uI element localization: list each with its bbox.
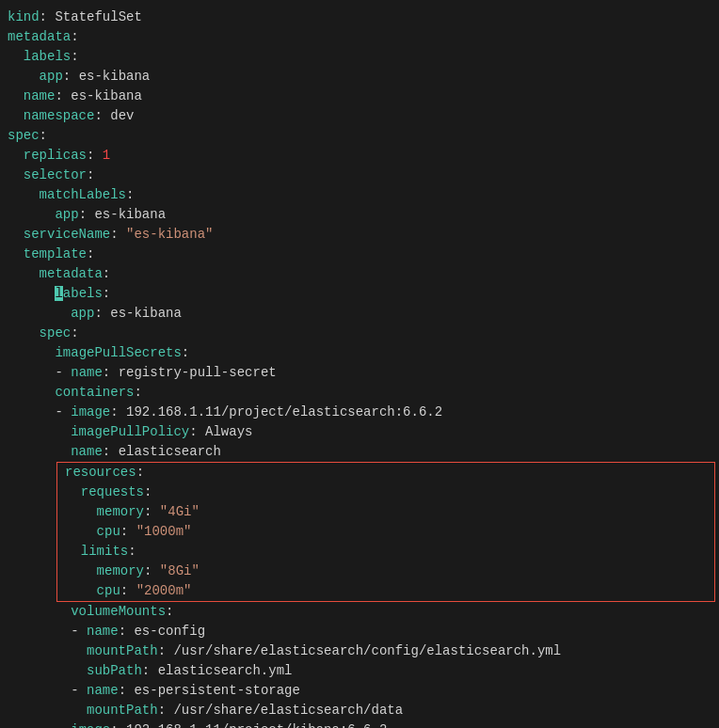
yaml-colon: :: [94, 108, 110, 123]
code-line: app: es-kibana: [0, 67, 719, 87]
yaml-key: name: [71, 444, 103, 459]
code-line: namespace: dev: [0, 106, 719, 126]
yaml-colon: :: [79, 207, 95, 222]
yaml-colon: :: [110, 404, 126, 419]
yaml-dash: -: [55, 404, 71, 419]
yaml-value-plain: dev: [110, 108, 134, 123]
yaml-colon: :: [87, 246, 94, 261]
yaml-colon: :: [103, 266, 110, 281]
yaml-colon: :: [103, 286, 110, 301]
yaml-colon: :: [110, 722, 126, 728]
code-line: cpu: "1000m": [57, 522, 714, 542]
yaml-colon: :: [120, 583, 136, 598]
yaml-key: abels: [63, 286, 103, 301]
code-line: metadata:: [0, 27, 719, 47]
code-line: spec:: [0, 126, 719, 146]
code-line: limits:: [57, 542, 714, 562]
code-line: matchLabels:: [0, 185, 719, 205]
code-viewer: kind: StatefulSetmetadata: labels: app: …: [0, 0, 719, 728]
yaml-key: matchLabels: [40, 187, 126, 202]
yaml-key: labels: [24, 49, 71, 64]
code-line: metadata:: [0, 264, 719, 284]
yaml-colon: :: [126, 187, 134, 202]
yaml-key: volumeMounts: [71, 604, 166, 619]
code-line: name: es-kibana: [0, 87, 719, 106]
code-line: labels:: [0, 47, 719, 67]
yaml-key: name: [71, 365, 103, 380]
yaml-key: namespace: [24, 108, 95, 123]
code-line: - name: es-config: [0, 622, 719, 641]
yaml-key: spec: [40, 325, 72, 340]
yaml-colon: :: [189, 424, 205, 439]
yaml-dash: -: [55, 722, 71, 728]
yaml-value-string: "es-kibana": [126, 227, 213, 242]
yaml-colon: :: [134, 385, 141, 400]
yaml-value-plain: /usr/share/elasticsearch/config/elastics…: [173, 643, 561, 658]
yaml-key: requests: [81, 484, 144, 499]
yaml-value-number: 1: [103, 148, 110, 163]
yaml-value-plain: es-persistent-storage: [134, 683, 299, 698]
yaml-key: metadata: [40, 266, 103, 281]
yaml-colon: :: [182, 345, 189, 360]
yaml-dash: -: [55, 365, 71, 380]
yaml-dash: -: [71, 683, 87, 698]
yaml-value-plain: 192.168.1.11/project/elasticsearch:6.6.2: [126, 404, 442, 419]
yaml-colon: :: [128, 544, 136, 559]
yaml-dash: -: [71, 624, 87, 639]
yaml-colon: :: [103, 365, 119, 380]
yaml-value-string: "4Gi": [160, 504, 200, 519]
yaml-colon: :: [40, 128, 47, 143]
yaml-value-plain: es-kibana: [79, 69, 151, 84]
yaml-key: image: [71, 722, 110, 728]
yaml-key: imagePullSecrets: [55, 345, 181, 360]
yaml-key: app: [55, 207, 78, 222]
yaml-value-plain: es-config: [134, 624, 205, 639]
yaml-colon: :: [158, 703, 174, 718]
code-line: app: es-kibana: [0, 304, 719, 324]
yaml-key: selector: [24, 167, 87, 182]
yaml-colon: :: [144, 563, 160, 578]
code-line: template:: [0, 245, 719, 264]
yaml-key: cpu: [97, 583, 120, 598]
yaml-key: containers: [55, 385, 134, 400]
yaml-colon: :: [120, 524, 136, 539]
yaml-key: memory: [97, 504, 144, 519]
code-line: mountPath: /usr/share/elasticsearch/data: [0, 701, 719, 720]
code-line: - name: registry-pull-secret: [0, 363, 719, 383]
code-line: - image: 192.168.1.11/project/kibana:6.6…: [0, 720, 719, 728]
yaml-key: memory: [97, 563, 144, 578]
yaml-colon: :: [94, 306, 110, 321]
yaml-colon: :: [119, 683, 135, 698]
yaml-key: metadata: [8, 29, 71, 44]
code-line: - image: 192.168.1.11/project/elasticsea…: [0, 403, 719, 422]
code-line: imagePullPolicy: Always: [0, 422, 719, 442]
yaml-colon: :: [71, 325, 78, 340]
yaml-value-plain: es-kibana: [71, 88, 142, 103]
yaml-value-string: "1000m": [136, 524, 192, 539]
yaml-value-plain: StatefulSet: [55, 9, 141, 24]
yaml-colon: :: [144, 504, 160, 519]
yaml-value-string: "2000m": [136, 583, 192, 598]
yaml-colon: :: [158, 643, 174, 658]
code-line: requests:: [57, 483, 714, 502]
yaml-value-plain: elasticsearch: [119, 444, 221, 459]
yaml-key: mountPath: [87, 643, 158, 658]
yaml-value-plain: /usr/share/elasticsearch/data: [173, 703, 403, 718]
code-line: memory: "8Gi": [57, 562, 714, 581]
yaml-key: kind: [8, 9, 40, 24]
code-line: volumeMounts:: [0, 602, 719, 622]
yaml-value-plain: registry-pull-secret: [119, 365, 277, 380]
code-line: kind: StatefulSet: [0, 8, 719, 27]
yaml-key: name: [87, 624, 119, 639]
code-line: replicas: 1: [0, 146, 719, 166]
code-line: subPath: elasticsearch.yml: [0, 661, 719, 681]
yaml-key: spec: [8, 128, 40, 143]
yaml-key: name: [24, 88, 56, 103]
code-line: name: elasticsearch: [0, 442, 719, 462]
yaml-value-plain: 192.168.1.11/project/kibana:6.6.2: [126, 722, 387, 728]
code-line: selector:: [0, 166, 719, 185]
code-line: resources:: [57, 463, 714, 483]
code-line: cpu: "2000m": [57, 581, 714, 601]
yaml-key: resources: [65, 465, 136, 480]
yaml-colon: :: [119, 624, 135, 639]
